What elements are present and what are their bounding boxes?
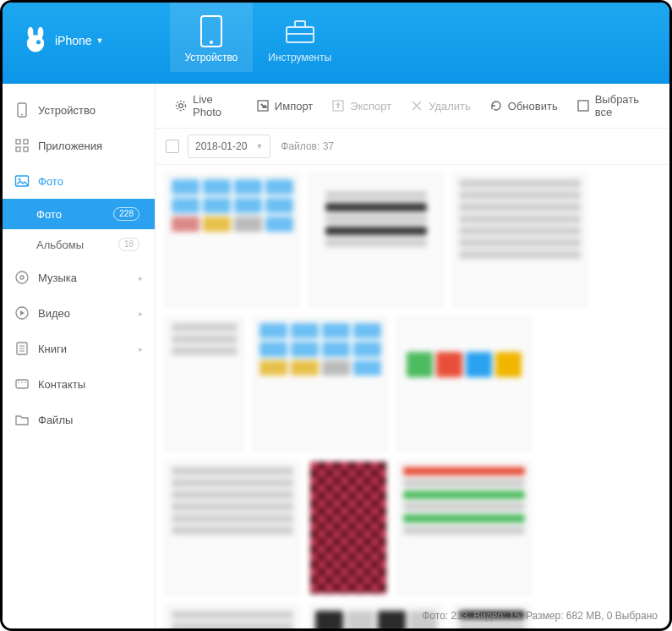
tablet-icon xyxy=(185,13,238,50)
svg-rect-24 xyxy=(16,380,28,388)
photo-thumb[interactable] xyxy=(397,317,531,451)
sidebar-sub-photos[interactable]: Фото 228 xyxy=(3,199,155,229)
export-button[interactable]: Экспорт xyxy=(323,92,400,119)
svg-point-3 xyxy=(36,40,41,44)
checkbox-icon xyxy=(576,99,590,112)
button-label: Удалить xyxy=(429,100,471,112)
photo-thumb[interactable] xyxy=(254,317,387,451)
refresh-icon xyxy=(489,99,503,112)
chevron-right-icon: ▸ xyxy=(139,344,143,354)
sidebar-label: Книги xyxy=(38,343,67,355)
filter-bar: 2018-01-20 ▼ Файлов: 37 xyxy=(156,129,669,165)
header-tab-device[interactable]: Устройство xyxy=(170,3,254,72)
svg-point-28 xyxy=(177,102,186,111)
svg-point-10 xyxy=(21,114,23,116)
app-header: iPhone ▼ Устройство Инструменты xyxy=(3,3,669,84)
book-icon xyxy=(14,341,30,356)
delete-icon xyxy=(410,99,423,112)
chevron-down-icon: ▼ xyxy=(255,142,263,151)
svg-point-29 xyxy=(179,104,183,108)
refresh-button[interactable]: Обновить xyxy=(481,92,566,119)
svg-point-25 xyxy=(18,381,19,383)
photo-thumb[interactable] xyxy=(309,461,387,595)
apps-icon xyxy=(14,138,30,153)
count-badge: 228 xyxy=(113,207,139,221)
sidebar-item-files[interactable]: Файлы xyxy=(3,402,155,437)
toolbar: Live Photo Импорт Экспорт Удалить Обнови… xyxy=(156,84,669,129)
video-icon xyxy=(14,305,30,321)
import-icon xyxy=(256,99,270,112)
header-tabs: Устройство Инструменты xyxy=(170,3,347,72)
sidebar-item-books[interactable]: Книги ▸ xyxy=(3,331,155,366)
photo-thumb[interactable] xyxy=(166,173,299,307)
live-photo-button[interactable]: Live Photo xyxy=(166,92,246,119)
svg-point-16 xyxy=(19,178,21,181)
svg-point-5 xyxy=(210,41,213,44)
sidebar-item-music[interactable]: Музыка ▸ xyxy=(3,260,155,295)
files-icon xyxy=(14,412,30,427)
photo-thumb[interactable] xyxy=(453,173,587,307)
status-bar: Фото: 213, Видео: 15, Размер: 682 MB, 0 … xyxy=(422,610,658,622)
sidebar-label: Музыка xyxy=(38,272,77,284)
sidebar-label: Приложения xyxy=(38,140,102,152)
main-panel: Live Photo Импорт Экспорт Удалить Обнови… xyxy=(156,84,669,628)
sidebar-sub-albums[interactable]: Альбомы 18 xyxy=(3,229,155,260)
count-badge: 18 xyxy=(118,238,139,251)
select-all-button[interactable]: Выбрать все xyxy=(568,92,659,119)
sidebar-item-apps[interactable]: Приложения xyxy=(3,128,155,163)
svg-rect-34 xyxy=(578,101,588,111)
sidebar-item-photos[interactable]: Фото xyxy=(3,163,155,199)
device-selector[interactable]: iPhone ▼ xyxy=(3,3,119,55)
photo-icon xyxy=(14,173,30,189)
photo-thumb[interactable] xyxy=(397,461,531,595)
select-all-checkbox[interactable] xyxy=(166,140,179,153)
chevron-right-icon: ▸ xyxy=(139,309,143,318)
photo-thumb[interactable] xyxy=(309,173,443,307)
toolbox-icon xyxy=(268,13,331,50)
svg-rect-11 xyxy=(16,140,20,144)
button-label: Импорт xyxy=(275,100,313,112)
contacts-icon xyxy=(14,376,30,392)
import-button[interactable]: Импорт xyxy=(248,92,321,119)
photo-thumb[interactable] xyxy=(166,461,299,595)
live-photo-icon xyxy=(174,99,188,112)
svg-rect-14 xyxy=(24,147,28,151)
sidebar-item-video[interactable]: Видео ▸ xyxy=(3,295,155,331)
header-tab-label: Устройство xyxy=(185,52,238,63)
sidebar-item-contacts[interactable]: Контакты xyxy=(3,366,155,402)
sidebar-label: Устройство xyxy=(38,104,96,117)
chevron-right-icon: ▸ xyxy=(139,273,143,283)
sidebar-label: Видео xyxy=(38,307,70,320)
photo-thumb[interactable] xyxy=(166,605,299,628)
svg-point-27 xyxy=(25,381,26,383)
sidebar: Устройство Приложения Фото Фото 228 Альб… xyxy=(3,84,156,628)
device-icon xyxy=(14,102,30,118)
date-picker-value: 2018-01-20 xyxy=(195,140,247,152)
file-count: Файлов: 37 xyxy=(281,140,334,152)
chevron-down-icon: ▼ xyxy=(96,36,104,45)
button-label: Live Photo xyxy=(193,93,238,118)
svg-point-1 xyxy=(28,27,34,39)
button-label: Выбрать все xyxy=(595,93,651,118)
svg-point-18 xyxy=(20,276,24,279)
music-icon xyxy=(14,270,30,285)
header-tab-tools[interactable]: Инструменты xyxy=(253,3,347,72)
button-label: Экспорт xyxy=(350,100,391,112)
sidebar-item-device[interactable]: Устройство xyxy=(3,92,155,128)
svg-point-17 xyxy=(16,272,28,283)
photo-grid xyxy=(156,165,669,628)
device-name: iPhone xyxy=(55,34,92,47)
svg-point-2 xyxy=(38,27,44,39)
photo-thumb[interactable] xyxy=(166,317,243,451)
button-label: Обновить xyxy=(508,100,558,112)
svg-rect-7 xyxy=(295,21,305,27)
sidebar-label: Файлы xyxy=(38,414,73,426)
svg-point-26 xyxy=(21,381,23,383)
header-tab-label: Инструменты xyxy=(268,52,331,63)
svg-rect-13 xyxy=(16,147,20,151)
sidebar-label: Фото xyxy=(38,175,63,188)
delete-button[interactable]: Удалить xyxy=(402,92,479,119)
app-logo-icon xyxy=(21,26,50,55)
date-picker[interactable]: 2018-01-20 ▼ xyxy=(188,134,270,158)
sidebar-label: Контакты xyxy=(38,378,85,391)
